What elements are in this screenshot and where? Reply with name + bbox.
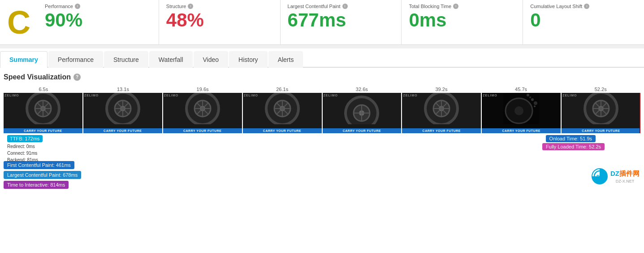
metric-performance: Performance i 90%: [38, 0, 159, 44]
tab-video[interactable]: Video: [194, 51, 229, 68]
watermark: DZ DZ插件网 DZ-X.NET: [592, 168, 640, 184]
tab-history[interactable]: History: [229, 51, 268, 68]
wheel-svg-5: [424, 93, 459, 124]
frame-7[interactable]: ZELIMO CARRY YOUR FUTURE: [562, 93, 640, 133]
wheel-svg-6: [503, 93, 539, 124]
tabs-bar: Summary Performance Structure Waterfall …: [0, 48, 644, 68]
tab-performance[interactable]: Performance: [48, 51, 103, 68]
speed-viz-title: Speed Visualization ?: [0, 73, 644, 81]
frame-1-wheel: [83, 93, 162, 124]
timestamp-3: 26.1s: [242, 87, 322, 92]
frame-0-wheel: [4, 93, 82, 124]
metric-performance-value: 90%: [45, 11, 151, 30]
frame-1-label: CARRY YOUR FUTURE: [83, 128, 162, 133]
tab-waterfall[interactable]: Waterfall: [149, 51, 193, 68]
timestamp-4: 32.6s: [322, 87, 402, 92]
performance-badges: First Contentful Paint: 461ms Largest Co…: [0, 157, 644, 189]
backend-time: Backend: 81ms: [7, 157, 38, 163]
metric-lcp: Largest Contentful Paint i 677ms: [281, 0, 402, 44]
filmstrip-timestamps: 6.5s 13.1s 19.6s 26.1s 32.6s 39.2s 45.7s…: [4, 87, 640, 92]
watermark-sitename: DZ插件网: [610, 170, 640, 178]
svg-point-45: [529, 96, 531, 98]
frame-3[interactable]: ZELIMO CARRY YOUR FUTURE: [243, 93, 322, 133]
tab-alerts[interactable]: Alerts: [268, 51, 303, 68]
frame-3-wheel: [243, 93, 322, 124]
ttfb-badge: TTFB: 172ms: [7, 135, 43, 142]
performance-info-icon[interactable]: i: [75, 4, 80, 9]
frame-0[interactable]: ZELIMO CARRY YOUR FUTURE: [4, 93, 82, 133]
tab-structure[interactable]: Structure: [104, 51, 148, 68]
frame-4[interactable]: ZELIMO CARRY YOUR FUTURE: [323, 93, 402, 133]
logo: C: [0, 0, 38, 44]
frame-6-brand: ZELIMO: [483, 94, 497, 97]
watermark-dz: DZ: [610, 170, 619, 177]
frame-7-content: ZELIMO CARRY YOUR FUTURE: [562, 93, 640, 133]
metric-lcp-label: Largest Contentful Paint i: [288, 4, 394, 9]
tab-summary[interactable]: Summary: [0, 51, 48, 68]
svg-point-46: [534, 101, 537, 105]
timestamp-0: 6.5s: [4, 87, 83, 92]
frame-7-wheel: [562, 93, 640, 124]
tbt-info-icon[interactable]: i: [453, 4, 458, 9]
svg-point-42: [514, 106, 523, 115]
watermark-plugin: 插件网: [619, 170, 640, 177]
wheel-svg-7: [583, 93, 619, 124]
wheel-svg-1: [105, 93, 141, 124]
redirect-time: Redirect: 0ms: [7, 143, 38, 150]
lcp-info-icon[interactable]: i: [342, 4, 348, 9]
onload-badge: Onload Time: 51.9s: [546, 135, 596, 142]
frame-5-brand: ZELIMO: [403, 94, 417, 97]
watermark-logo-svg: DZ: [593, 170, 606, 183]
frame-6-label: CARRY YOUR FUTURE: [482, 128, 561, 133]
frame-5[interactable]: ZELIMO CARRY YOUR FUTURE: [402, 93, 481, 133]
frame-4-brand: ZELIMO: [324, 94, 338, 97]
metric-structure-value: 48%: [166, 11, 273, 30]
wheel-svg-2: [185, 93, 220, 124]
watermark-text-group: DZ插件网 DZ-X.NET: [610, 170, 640, 183]
timestamp-6: 45.7s: [481, 87, 561, 92]
metric-cls-value: 0: [530, 11, 637, 30]
wheel-svg-0: [25, 93, 61, 124]
timestamp-1: 13.1s: [83, 87, 163, 92]
cls-info-icon[interactable]: i: [584, 4, 589, 9]
wheel-svg-4: [344, 93, 380, 124]
watermark-sub: DZ-X.NET: [610, 179, 640, 183]
frame-2[interactable]: ZELIMO CARRY YOUR FUTURE: [163, 93, 242, 133]
frame-1-brand: ZELIMO: [84, 94, 99, 97]
svg-point-47: [527, 94, 529, 96]
metric-tbt-label: Total Blocking Time i: [409, 4, 515, 9]
frame-0-content: ZELIMO CARRY YOUR FUTURE: [4, 93, 82, 133]
filmstrip-frames: ZELIMO CARRY YOUR FUTURE: [4, 93, 640, 133]
frame-3-brand: ZELIMO: [244, 94, 258, 97]
frame-3-content: ZELIMO CARRY YOUR FUTURE: [243, 93, 322, 133]
metrics-bar: C Performance i 90% Structure i 48% Larg…: [0, 0, 644, 45]
watermark-circle: DZ: [592, 168, 608, 184]
svg-point-44: [534, 105, 536, 107]
speed-viz-help-icon[interactable]: ?: [73, 74, 81, 81]
frame-4-wheel: [323, 93, 402, 124]
separator: [0, 45, 644, 48]
frame-7-redline: [640, 93, 640, 133]
content-area: Speed Visualization ? 6.5s 13.1s 19.6s 2…: [0, 68, 644, 189]
timing-row: TTFB: 172ms Redirect: 0ms Connect: 91ms …: [4, 134, 640, 157]
metric-performance-label: Performance i: [45, 4, 151, 9]
frame-5-label: CARRY YOUR FUTURE: [402, 128, 481, 133]
metric-cls-label: Cumulative Layout Shift i: [530, 4, 637, 9]
lcp-badge: Largest Contentful Paint: 678ms: [4, 171, 81, 179]
frame-5-wheel: [402, 93, 481, 124]
wheel-svg-3: [264, 93, 300, 124]
structure-info-icon[interactable]: i: [188, 4, 193, 9]
frame-1[interactable]: ZELIMO CARRY YOUR FUTURE: [83, 93, 162, 133]
metric-cls: Cumulative Layout Shift i 0: [523, 0, 644, 44]
metric-lcp-value: 677ms: [288, 11, 394, 30]
connect-time: Connect: 91ms: [7, 150, 38, 157]
timing-sub-details: Redirect: 0ms Connect: 91ms Backend: 81m…: [7, 143, 38, 163]
frame-7-label: CARRY YOUR FUTURE: [562, 128, 640, 133]
frame-2-wheel: [163, 93, 242, 124]
frame-4-label: CARRY YOUR FUTURE: [323, 128, 402, 133]
frame-2-content: ZELIMO CARRY YOUR FUTURE: [163, 93, 242, 133]
metric-tbt-value: 0ms: [409, 11, 515, 30]
frame-5-content: ZELIMO CARRY YOUR FUTURE: [402, 93, 481, 133]
svg-point-43: [531, 98, 534, 101]
frame-6[interactable]: ZELIMO: [482, 93, 561, 133]
